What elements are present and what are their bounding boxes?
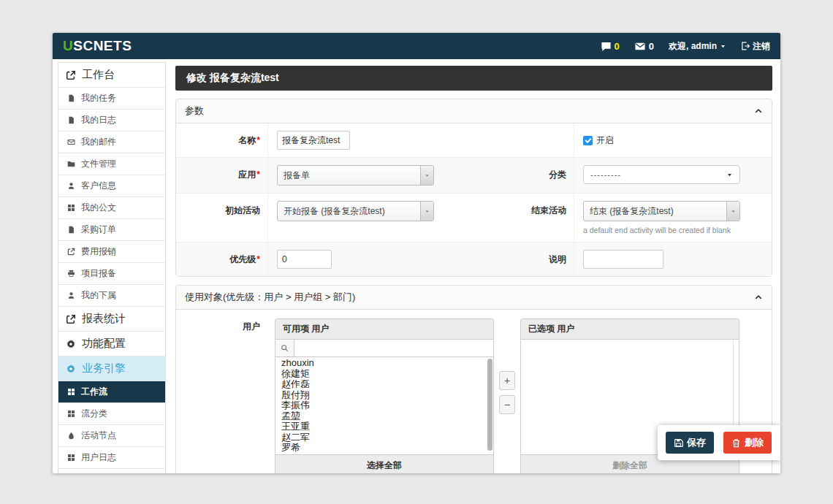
folder-icon [67, 160, 75, 168]
scrollbar-thumb[interactable] [487, 359, 492, 451]
name-input[interactable] [277, 131, 350, 150]
sidebar: 工作台我的任务我的日志我的邮件文件管理客户信息我的公文采购订单费用报销项目报备我… [53, 59, 166, 473]
sidebar-item[interactable]: 流分类 [58, 403, 165, 425]
user-option[interactable]: 殷付翔 [275, 390, 493, 401]
drop-icon [67, 432, 75, 440]
enabled-field-cell: 开启 [574, 123, 772, 157]
sidebar-item[interactable]: 功能模块 [58, 469, 165, 473]
app-field-cell: 报备单 [267, 158, 468, 193]
end-activity-select-button[interactable] [726, 202, 739, 221]
sidebar-item[interactable]: 工作台 [58, 63, 165, 88]
gear-icon [66, 339, 76, 349]
sidebar-item[interactable]: 项目报备 [58, 263, 165, 285]
user-option[interactable]: 罗希 [275, 443, 493, 454]
caret-down-icon [726, 172, 733, 178]
sidebar-item[interactable]: 我的日志 [58, 110, 165, 131]
share-icon [67, 248, 75, 256]
end-activity-cell: 结束 (报备复杂流test) a default end activity wi… [574, 194, 772, 242]
end-activity-select[interactable]: 结束 (报备复杂流test) [583, 201, 740, 221]
sidebar-item-label: 我的公文 [81, 202, 116, 214]
remove-selected-button[interactable]: − [499, 395, 515, 414]
sidebar-item[interactable]: 活动节点 [58, 425, 165, 447]
collapse-chevron-icon[interactable] [754, 107, 763, 115]
sidebar-item[interactable]: 我的任务 [58, 88, 165, 110]
form-row: 应用* 报备单 分类 --------- [176, 157, 772, 193]
mail-count: 0 [649, 41, 654, 52]
sidebar-item[interactable]: 工作流 [58, 381, 165, 403]
user-option[interactable]: 赵作磊 [275, 379, 493, 390]
enabled-label: 开启 [596, 134, 614, 147]
sidebar-item[interactable]: 报表统计 [58, 307, 165, 332]
form-row: 名称* 开启 [176, 123, 772, 157]
description-field-label: 说明 [468, 243, 574, 276]
collapse-chevron-icon[interactable] [754, 293, 763, 302]
user-menu[interactable]: 欢迎, admin [669, 40, 726, 53]
sidebar-item[interactable]: 客户信息 [58, 175, 165, 197]
welcome-text: 欢迎, admin [669, 40, 717, 53]
sidebar-item[interactable]: 功能配置 [58, 332, 165, 356]
chat-icon [601, 41, 612, 52]
params-panel-header[interactable]: 参数 [176, 99, 772, 123]
sidebar-item[interactable]: 文件管理 [58, 153, 165, 175]
form-row: 优先级* 说明 [176, 242, 772, 276]
brand-logo-accent: U [63, 38, 73, 53]
save-label: 保存 [687, 436, 706, 449]
add-selected-button[interactable]: + [499, 371, 515, 390]
sidebar-item[interactable]: 费用报销 [58, 241, 165, 263]
messages-count: 0 [615, 41, 620, 52]
file-icon [67, 94, 75, 102]
user-option[interactable]: 赵二军 [275, 432, 493, 443]
user-option[interactable]: 孟堃 [275, 411, 493, 422]
required-asterisk: * [256, 135, 260, 145]
category-field-cell: --------- [574, 158, 772, 193]
sidebar-item[interactable]: 我的公文 [58, 197, 165, 219]
user-icon [67, 182, 75, 190]
user-option[interactable]: zhouxin [275, 358, 493, 369]
user-option[interactable]: 徐建矩 [275, 369, 493, 380]
params-panel: 参数 名称* 开启 [175, 99, 772, 277]
sidebar-item[interactable]: 业务引擎 [58, 356, 165, 381]
app-select-button[interactable] [420, 166, 433, 185]
sidebar-item[interactable]: 采购订单 [58, 219, 165, 241]
messages-indicator[interactable]: 0 [601, 41, 620, 52]
delete-button[interactable]: 删除 [723, 432, 772, 454]
user-option[interactable]: 李振伟 [275, 400, 493, 411]
sidebar-item[interactable]: 我的下属 [58, 285, 165, 307]
envelope-icon [634, 41, 646, 52]
enabled-checkbox[interactable] [583, 136, 593, 145]
app-select[interactable]: 报备单 [277, 165, 434, 186]
available-users-list[interactable]: zhouxin徐建矩赵作磊殷付翔李振伟孟堃王亚重赵二军罗希 [275, 357, 493, 454]
user-icon [67, 291, 75, 299]
priority-field-cell [267, 243, 468, 276]
sidebar-item[interactable]: 我的邮件 [58, 131, 165, 153]
start-activity-select-button[interactable] [420, 202, 433, 221]
sidebar-item-label: 工作台 [82, 68, 115, 82]
targets-panel-header[interactable]: 使用对象(优先级：用户 > 用户组 > 部门) [176, 286, 772, 310]
sidebar-item[interactable]: 用户日志 [58, 447, 165, 469]
user-option[interactable]: 王亚重 [275, 421, 493, 432]
sidebar-item-label: 工作流 [81, 386, 107, 398]
select-all-button[interactable]: 选择全部 [275, 454, 493, 473]
start-activity-select[interactable]: 开始报备 (报备复杂流test) [277, 201, 434, 221]
search-input[interactable] [294, 340, 493, 356]
page-title: 修改 报备复杂流test [175, 66, 772, 91]
priority-input[interactable] [277, 250, 332, 269]
topbar: USCNETS 0 0 欢迎, admin 注销 [53, 33, 780, 59]
grid-icon [67, 204, 75, 212]
save-button[interactable]: 保存 [666, 432, 714, 454]
description-input[interactable] [583, 250, 663, 269]
sidebar-item-label: 功能配置 [82, 337, 126, 351]
category-select[interactable]: --------- [583, 165, 740, 184]
sidebar-item-label: 业务引擎 [82, 362, 126, 375]
brand-logo[interactable]: USCNETS [63, 38, 132, 54]
params-panel-title: 参数 [185, 104, 204, 118]
transfer-buttons: + − [494, 318, 520, 414]
sidebar-item-label: 采购订单 [81, 224, 116, 236]
trash-icon [731, 438, 741, 448]
search-button[interactable] [275, 340, 294, 356]
logout-button[interactable]: 注销 [741, 40, 770, 53]
required-asterisk: * [256, 254, 260, 264]
delete-label: 删除 [745, 436, 764, 449]
mail-indicator[interactable]: 0 [634, 41, 654, 52]
targets-panel-title: 使用对象(优先级：用户 > 用户组 > 部门) [185, 291, 355, 304]
